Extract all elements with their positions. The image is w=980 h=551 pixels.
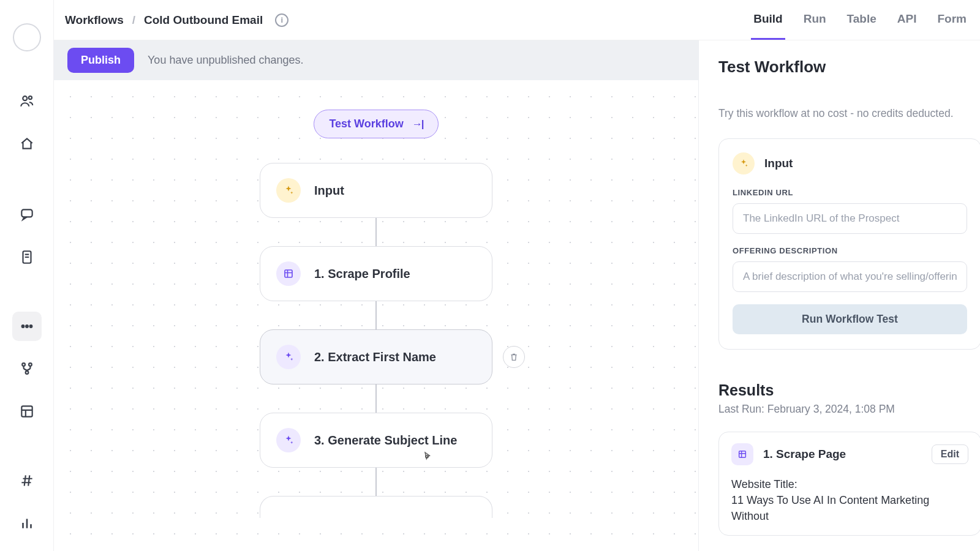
- node-label: Input: [314, 184, 344, 198]
- workflow-canvas[interactable]: Test Workflow →| Input: [54, 80, 698, 551]
- offering-desc-label: OFFERING DESCRIPTION: [733, 246, 967, 255]
- avatar[interactable]: [13, 23, 41, 51]
- edit-button[interactable]: Edit: [932, 444, 968, 464]
- svg-point-5: [25, 324, 28, 328]
- connector: [375, 301, 377, 329]
- linkedin-url-label: LINKEDIN URL: [733, 188, 967, 197]
- svg-rect-11: [285, 270, 292, 277]
- node-label: 2. Extract First Name: [314, 350, 436, 364]
- tab-form[interactable]: Form: [935, 0, 970, 40]
- input-card-title: Input: [764, 157, 793, 170]
- tab-build[interactable]: Build: [751, 0, 785, 40]
- tab-api[interactable]: API: [895, 0, 919, 40]
- results-title: Results: [718, 381, 980, 399]
- test-workflow-pill[interactable]: Test Workflow →|: [314, 110, 438, 138]
- node-generate-subject[interactable]: 3. Generate Subject Line: [260, 413, 492, 468]
- panel-hint: Try this workflow at no cost - no credit…: [718, 107, 980, 120]
- svg-point-1: [28, 96, 31, 99]
- hash-icon[interactable]: [12, 466, 42, 495]
- result-body-label: Website Title:: [731, 476, 968, 492]
- results-last-run: Last Run: February 3, 2024, 1:08 PM: [718, 403, 980, 416]
- sparkle-icon: [733, 152, 755, 174]
- test-panel: Test Workflow Try this workflow at no co…: [698, 40, 980, 551]
- sparkle-icon: [276, 345, 301, 369]
- analytics-icon[interactable]: [12, 508, 42, 537]
- delete-node-button[interactable]: [503, 346, 525, 368]
- arrow-right-icon: →|: [412, 118, 423, 130]
- svg-point-4: [21, 324, 24, 328]
- svg-point-7: [22, 363, 25, 366]
- left-sidebar: [0, 0, 54, 551]
- svg-rect-10: [21, 406, 32, 416]
- content-split: Publish You have unpublished changes. Te…: [54, 40, 980, 551]
- input-card: Input LINKEDIN URL OFFERING DESCRIPTION …: [718, 138, 980, 350]
- node-extract-first-name[interactable]: 2. Extract First Name: [260, 329, 492, 384]
- test-workflow-label: Test Workflow: [329, 118, 403, 130]
- sparkle-icon: [276, 428, 301, 452]
- canvas-area: Publish You have unpublished changes. Te…: [54, 40, 698, 551]
- chat-icon[interactable]: [12, 200, 42, 229]
- people-icon[interactable]: [12, 87, 42, 116]
- result-body-text: 11 Ways To Use AI In Content Marketing W…: [731, 492, 968, 524]
- document-icon[interactable]: [12, 242, 42, 271]
- svg-rect-13: [739, 451, 746, 458]
- node-scrape-profile[interactable]: 1. Scrape Profile: [260, 246, 492, 301]
- result-body: Website Title: 11 Ways To Use AI In Cont…: [731, 476, 968, 524]
- publish-bar: Publish You have unpublished changes.: [54, 40, 698, 80]
- branch-icon[interactable]: [12, 354, 42, 383]
- breadcrumb-current: Cold Outbound Email: [144, 13, 263, 27]
- main-area: Workflows / Cold Outbound Email i Build …: [54, 0, 980, 551]
- info-icon[interactable]: i: [275, 13, 288, 27]
- offering-desc-input[interactable]: [733, 261, 967, 292]
- breadcrumb: Workflows / Cold Outbound Email i: [65, 13, 288, 27]
- view-tabs: Build Run Table API Form: [751, 0, 969, 40]
- breadcrumb-separator: /: [132, 13, 135, 27]
- layout-icon[interactable]: [12, 397, 42, 425]
- result-card-title: 1. Scrape Page: [763, 448, 846, 461]
- connector: [375, 384, 377, 413]
- run-workflow-test-button[interactable]: Run Workflow Test: [733, 304, 967, 334]
- result-card: 1. Scrape Page Edit Website Title: 11 Wa…: [718, 432, 980, 536]
- linkedin-url-input[interactable]: [733, 203, 967, 234]
- node-label: 3. Generate Subject Line: [314, 433, 457, 448]
- publish-message: You have unpublished changes.: [148, 54, 304, 67]
- connector: [375, 468, 377, 496]
- workflow-icon[interactable]: [12, 312, 42, 340]
- node-input[interactable]: Input: [260, 163, 492, 218]
- node-list: Input 1. Scrape Profile 2.: [260, 163, 492, 518]
- sparkle-icon: [276, 178, 301, 203]
- tab-table[interactable]: Table: [845, 0, 879, 40]
- svg-point-0: [23, 96, 27, 100]
- node-label: 1. Scrape Profile: [314, 267, 410, 281]
- svg-point-9: [25, 371, 28, 374]
- grid-icon: [276, 261, 301, 286]
- home-icon[interactable]: [12, 129, 42, 158]
- svg-rect-2: [21, 210, 32, 217]
- breadcrumb-root[interactable]: Workflows: [65, 13, 124, 27]
- panel-title: Test Workflow: [718, 58, 980, 77]
- topbar: Workflows / Cold Outbound Email i Build …: [54, 0, 980, 40]
- svg-point-8: [29, 363, 32, 366]
- tab-run[interactable]: Run: [801, 0, 829, 40]
- node-next-partial[interactable]: [260, 496, 492, 518]
- grid-icon: [731, 443, 753, 465]
- connector: [375, 218, 377, 246]
- svg-point-6: [29, 324, 32, 328]
- publish-button[interactable]: Publish: [67, 48, 134, 73]
